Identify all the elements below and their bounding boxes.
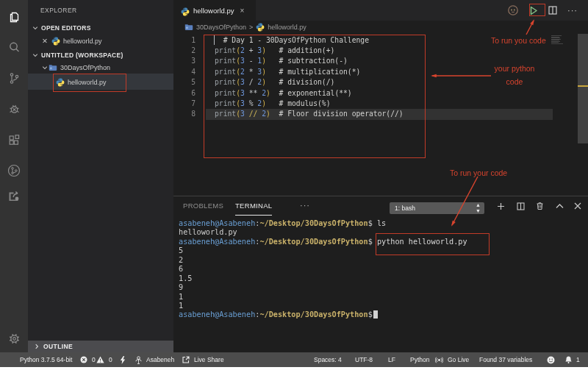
breadcrumb-separator-icon: > [249, 24, 253, 31]
close-editor-icon[interactable]: ✕ [42, 37, 48, 45]
status-eol[interactable]: LF [388, 352, 395, 367]
close-panel-icon[interactable] [572, 200, 584, 212]
status-feedback[interactable] [547, 352, 559, 367]
file-item[interactable]: helloworld.py [28, 77, 173, 88]
editor-scrollbar[interactable] [578, 34, 588, 143]
outline-section[interactable]: OUTLINE [28, 341, 173, 352]
code-token: # Day 1 - 30DaysOfPython Challenge [215, 36, 369, 44]
code-token: print [215, 57, 236, 65]
code-line: print(3 / 2) # division(/) [215, 77, 334, 88]
code-token: ** [245, 89, 262, 97]
status-variables-label: Found 37 variables [479, 356, 532, 363]
code-line: print(3 - 1) # subtraction(-) [215, 56, 348, 66]
code-token: print [215, 78, 236, 86]
folder-item[interactable]: 30DaysOfPython [28, 62, 173, 73]
close-tab-icon[interactable]: × [240, 7, 244, 15]
maximize-panel-icon[interactable] [553, 200, 565, 212]
split-terminal-icon[interactable] [514, 200, 526, 212]
activitybar-extensions[interactable] [0, 125, 28, 154]
more-actions-icon[interactable]: ··· [567, 6, 578, 15]
status-variables[interactable]: Found 37 variables [479, 352, 532, 367]
outline-label: OUTLINE [43, 343, 73, 350]
terminal-output-line: 2 [179, 256, 583, 265]
open-editor-label: helloworld.py [63, 38, 102, 45]
share-arrow-icon [7, 188, 21, 203]
line-number: 7 [173, 99, 196, 109]
line-number: 6 [173, 88, 196, 99]
code-token: * [245, 68, 258, 76]
code-token: # Floor division operator(//) [270, 110, 404, 118]
code-line: print(3 % 2) # modulus(%) [215, 99, 331, 109]
activitybar-debug[interactable] [0, 94, 28, 124]
status-language[interactable]: Python [410, 352, 429, 367]
terminal-shell-select[interactable]: 1: bash ▲▼ [390, 202, 484, 214]
new-terminal-icon[interactable] [495, 200, 506, 212]
sidebar-title: EXPLORER [40, 7, 77, 14]
terminal-output-line: 5 [179, 246, 583, 255]
tab-bar: helloworld.py × ··· [173, 0, 588, 21]
line-number: 8 [173, 109, 196, 119]
broadcast-icon [435, 356, 445, 364]
terminal-output-line: helloworld.py [179, 228, 583, 237]
open-editors-header[interactable]: OPEN EDITORS [28, 22, 173, 33]
activitybar-explorer[interactable] [0, 2, 28, 32]
status-python-version[interactable]: Python 3.7.5 64-bit [20, 352, 72, 367]
scrollbar-marker [578, 85, 588, 87]
status-live-share[interactable]: Live Share [182, 352, 224, 367]
status-errors-label: 0 [92, 356, 96, 363]
status-user[interactable]: Asabeneh [135, 352, 174, 367]
open-editor-item[interactable]: ✕ helloworld.py [28, 35, 173, 46]
extension-circle-icon[interactable] [507, 4, 519, 16]
terminal-path: ~/Desktop/30DaysOfPython [259, 219, 368, 227]
status-errors[interactable]: 0 [80, 352, 96, 367]
terminal-prompt-line: asabeneh@Asabeneh:~/Desktop/30DaysOfPyth… [179, 219, 583, 228]
select-updown-icon: ▲▼ [476, 202, 481, 214]
breadcrumb[interactable]: 30DaysOfPython > helloworld.py [173, 21, 588, 34]
extensions-icon [7, 133, 21, 147]
status-bar: Python 3.7.5 64-bit00AsabenehLive ShareS… [0, 352, 588, 367]
code-line: print(3 ** 2) # exponential(**) [215, 88, 352, 99]
activitybar-search[interactable] [0, 32, 28, 62]
python-file-icon [56, 78, 65, 87]
code-token: print [215, 68, 236, 76]
status-warnings[interactable]: 0 [96, 352, 112, 367]
folder-label: 30DaysOfPython [60, 64, 110, 71]
terminal-command: ls [373, 219, 386, 227]
breadcrumb-file[interactable]: helloworld.py [268, 24, 306, 31]
status-lightning[interactable] [120, 352, 130, 367]
split-editor-icon[interactable] [548, 6, 557, 15]
tab-helloworld[interactable]: helloworld.py × [173, 0, 256, 21]
tab-problems[interactable]: PROBLEMS [183, 196, 223, 216]
chevron-down-icon [32, 52, 39, 58]
code-editor[interactable]: 1 # Day 1 - 30DaysOfPython Challenge2pri… [173, 34, 588, 196]
kill-terminal-icon[interactable] [534, 200, 545, 212]
breadcrumb-folder[interactable]: 30DaysOfPython [196, 24, 246, 31]
code-token: # division(/) [266, 78, 334, 86]
vscode-window: EXPLORER OPEN EDITORS ✕ helloworld.py UN… [0, 0, 588, 370]
panel-header: PROBLEMS TERMINAL ··· 1: bash ▲▼ [173, 196, 588, 216]
tab-terminal[interactable]: TERMINAL [235, 196, 272, 216]
run-python-file-icon[interactable] [529, 6, 538, 15]
line-number: 1 [173, 35, 196, 46]
terminal-output-line: 1 [179, 293, 583, 302]
status-notifications-label: 1 [576, 356, 580, 363]
code-token: print [215, 46, 236, 54]
terminal-output-line: 1 [179, 302, 583, 310]
activitybar-source-control[interactable] [0, 63, 28, 93]
workspace-header[interactable]: UNTITLED (WORKSPACE) [28, 49, 173, 60]
file-label: helloworld.py [68, 79, 107, 86]
code-line: print(2 + 3) # addition(+) [215, 46, 334, 56]
status-indentation[interactable]: Spaces: 4 [314, 352, 342, 367]
status-notifications[interactable]: 1 [565, 352, 580, 367]
status-encoding[interactable]: UTF-8 [355, 352, 373, 367]
status-go-live[interactable]: Go Live [435, 352, 469, 367]
error-icon [80, 356, 90, 363]
activitybar-live-share[interactable] [0, 181, 28, 210]
panel-more-icon[interactable]: ··· [300, 196, 310, 216]
terminal-cursor [373, 310, 378, 319]
chevron-down-icon [42, 65, 49, 71]
line-number: 5 [173, 77, 196, 88]
code-token: % [245, 99, 258, 107]
terminal-output[interactable]: asabeneh@Asabeneh:~/Desktop/30DaysOfPyth… [179, 219, 583, 320]
activitybar-settings[interactable] [0, 324, 28, 353]
